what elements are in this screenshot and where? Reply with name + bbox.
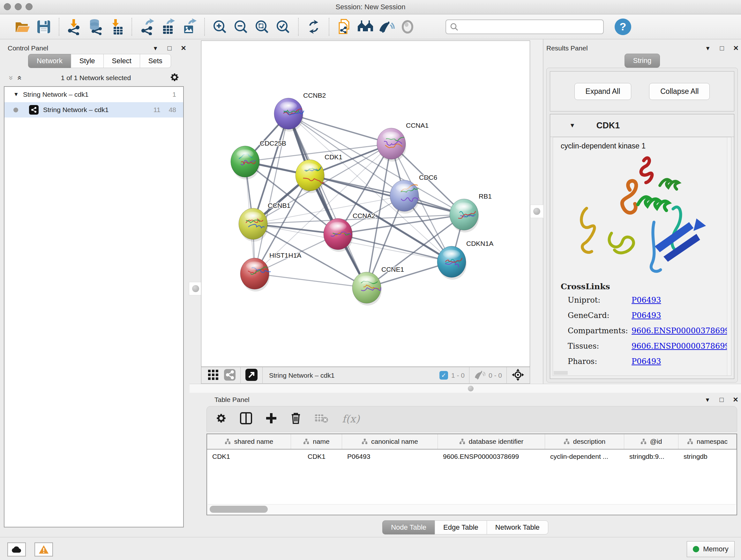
create-column-icon[interactable]	[266, 413, 277, 425]
network-edge[interactable]	[288, 114, 367, 288]
memory-button[interactable]: Memory	[687, 541, 735, 557]
results-panel-menu-icon[interactable]: ▾	[703, 44, 713, 52]
table-cell[interactable]: stringdb	[678, 449, 737, 463]
network-options-gear-icon[interactable]	[170, 72, 179, 83]
horizontal-splitter[interactable]	[190, 384, 741, 393]
import-network-database-icon[interactable]	[85, 17, 106, 37]
column-header-description[interactable]: description	[545, 434, 624, 449]
table-cell[interactable]: CDK1	[207, 449, 291, 463]
import-table-file-icon[interactable]	[106, 17, 127, 37]
column-header-namespac[interactable]: namespac	[678, 434, 737, 449]
network-edge[interactable]	[255, 273, 367, 288]
tab-string[interactable]: String	[624, 54, 660, 68]
network-node-CCNE1[interactable]	[352, 272, 382, 306]
results-panel-float-icon[interactable]: □	[717, 44, 727, 52]
network-node-CCNA2[interactable]	[324, 219, 353, 252]
tab-select[interactable]: Select	[104, 54, 140, 68]
results-vertical-scrollbar[interactable]	[727, 137, 731, 375]
network-canvas[interactable]: CCNB2CCNA1CDC25BCDK1CDC6RB1CCNB1CCNA2CDK…	[201, 41, 530, 367]
table-panel-float-icon[interactable]: □	[717, 396, 726, 403]
inactive-eye-icon[interactable]	[397, 17, 418, 37]
left-splitter[interactable]	[190, 39, 201, 384]
network-node-CDK1[interactable]	[295, 160, 325, 193]
hidden-eye-icon[interactable]	[474, 370, 485, 381]
network-row[interactable]: String Network – cdk1 11 48	[4, 102, 183, 118]
right-splitter-handle[interactable]	[530, 205, 543, 218]
export-image-icon[interactable]	[179, 17, 200, 37]
tab-network[interactable]: Network	[28, 54, 71, 68]
gene-section-header[interactable]: ▼ CDK1	[550, 114, 734, 137]
network-collection-row[interactable]: ▼ String Network – cdk1 1	[4, 87, 183, 102]
gene-collapse-icon[interactable]: ▼	[569, 122, 576, 129]
tab-style[interactable]: Style	[71, 54, 104, 68]
save-session-icon[interactable]	[33, 17, 54, 37]
results-horizontal-scrollbar[interactable]	[554, 371, 568, 375]
network-node-RB1[interactable]	[450, 199, 479, 233]
crosslink-link[interactable]: P06493	[631, 311, 661, 320]
column-header-@id[interactable]: @id	[624, 434, 678, 449]
right-splitter[interactable]	[530, 39, 543, 384]
network-node-CCNB2[interactable]	[274, 98, 304, 132]
delete-table-icon[interactable]	[315, 413, 329, 425]
network-edge[interactable]	[255, 114, 288, 273]
left-splitter-handle[interactable]	[189, 282, 202, 295]
crosslink-link[interactable]: P06493	[631, 296, 661, 305]
tab-sets[interactable]: Sets	[140, 54, 171, 68]
network-node-CDC6[interactable]	[390, 180, 419, 213]
table-cell[interactable]: 9606.ENSP00000378699	[438, 449, 545, 463]
open-in-browser-icon[interactable]	[245, 368, 258, 382]
collection-collapse-icon[interactable]: ▼	[13, 91, 23, 98]
table-cell[interactable]: CDK1	[291, 449, 342, 463]
network-node-CCNA1[interactable]	[377, 128, 406, 162]
function-builder-icon[interactable]: f(x)	[342, 413, 360, 425]
zoom-in-icon[interactable]	[209, 17, 230, 37]
selected-checkbox-icon[interactable]: ✓	[440, 371, 448, 380]
global-search-box[interactable]	[446, 19, 604, 34]
birdseye-grid-icon[interactable]	[208, 369, 219, 381]
table-panel-close-icon[interactable]: ✕	[731, 396, 740, 403]
refresh-icon[interactable]	[303, 17, 324, 37]
network-node-CCNB1[interactable]	[239, 208, 268, 242]
delete-column-icon[interactable]	[290, 412, 301, 426]
string-share-icon[interactable]	[224, 369, 236, 382]
help-icon[interactable]: ?	[615, 18, 631, 35]
import-network-file-icon[interactable]	[64, 17, 85, 37]
export-table-icon[interactable]	[158, 17, 179, 37]
hide-unhide-icon[interactable]	[376, 17, 397, 37]
network-edge[interactable]	[288, 114, 391, 144]
column-header-database-identifier[interactable]: database identifier	[438, 434, 545, 449]
network-node-CDKN1A[interactable]	[437, 246, 467, 280]
table-panel-menu-icon[interactable]: ▾	[703, 396, 712, 403]
table-cell[interactable]: cyclin-dependent ...	[545, 449, 624, 463]
tab-node-table[interactable]: Node Table	[382, 520, 435, 535]
zoom-out-icon[interactable]	[230, 17, 252, 37]
table-scrollbar-thumb[interactable]	[210, 506, 268, 513]
warnings-button[interactable]	[35, 543, 53, 557]
collapse-all-button[interactable]: Collapse All	[649, 83, 710, 100]
results-panel-close-icon[interactable]: ✕	[731, 44, 741, 52]
control-panel-float-icon[interactable]: □	[165, 44, 174, 52]
export-network-icon[interactable]	[137, 17, 158, 37]
column-header-name[interactable]: name	[291, 434, 342, 449]
open-session-icon[interactable]	[12, 17, 33, 37]
table-cell[interactable]: stringdb:9...	[624, 449, 678, 463]
column-header-canonical-name[interactable]: canonical name	[342, 434, 438, 449]
crosslink-link[interactable]: P06493	[631, 357, 661, 366]
clone-network-icon[interactable]	[334, 17, 355, 37]
tab-network-table[interactable]: Network Table	[487, 520, 548, 535]
expand-all-button[interactable]: Expand All	[575, 83, 631, 100]
houses-icon[interactable]	[355, 17, 376, 37]
zoom-selected-icon[interactable]	[273, 17, 293, 37]
search-input[interactable]	[461, 23, 597, 31]
expand-all-networks-icon[interactable]: «	[15, 76, 24, 80]
tab-edge-table[interactable]: Edge Table	[434, 520, 487, 535]
network-node-CDC25B[interactable]	[231, 146, 260, 179]
horizontal-splitter-handle[interactable]	[468, 386, 474, 391]
control-panel-menu-icon[interactable]: ▾	[151, 44, 160, 52]
crosslink-link[interactable]: 9606.ENSP00000378699	[631, 326, 730, 335]
fit-content-crosshair-icon[interactable]	[511, 368, 525, 383]
table-cell[interactable]: P06493	[342, 449, 438, 463]
collapse-all-networks-icon[interactable]: »	[7, 76, 16, 80]
control-panel-close-icon[interactable]: ✕	[179, 44, 188, 52]
table-horizontal-scrollbar[interactable]	[208, 504, 736, 514]
